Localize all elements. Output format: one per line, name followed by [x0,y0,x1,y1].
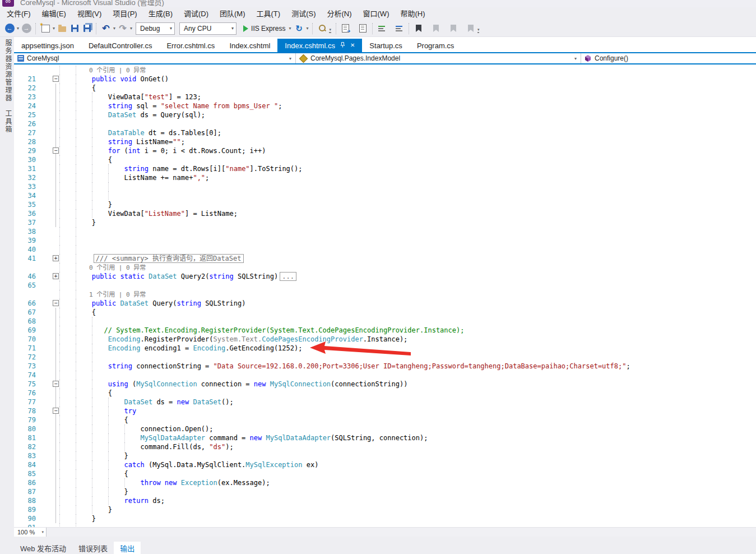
code-row[interactable]: 76{ [14,389,756,398]
side-tab[interactable]: 服务器资源管理器 [3,39,13,102]
code-row[interactable]: 91 [14,523,756,527]
code-row[interactable]: 35} [14,200,756,209]
code-row[interactable]: 88return ds; [14,496,756,505]
zoom-level-select[interactable]: 100 % ▾ [14,528,47,537]
locate-in-solution-explorer-button[interactable] [340,22,351,35]
code-row[interactable]: 85{ [14,469,756,478]
code-row[interactable]: 0 个引用 | 0 异常 [14,66,756,75]
code-row[interactable]: 22{ [14,84,756,93]
document-tab[interactable]: appsettings.json [14,39,81,52]
pin-icon[interactable] [340,42,345,49]
code-row[interactable]: 34 [14,191,756,200]
solution-platform-select[interactable]: Any CPU ▾ [179,22,236,35]
code-row[interactable]: 82command.Fill(ds, "ds"); [14,442,756,451]
menu-item[interactable]: 项目(P) [107,7,142,20]
menu-item[interactable]: 视图(V) [72,7,107,20]
code-row[interactable]: 26 [14,119,756,128]
previous-bookmark-button[interactable] [430,22,442,35]
code-row[interactable]: 31string name = dt.Rows[i]["name"].ToStr… [14,164,756,173]
code-row[interactable]: 30{ [14,155,756,164]
fold-toggle[interactable]: + [53,255,59,261]
toolbar-overflow-caret[interactable]: ▾ [477,28,480,33]
code-row[interactable]: 89} [14,505,756,514]
start-debugging-button[interactable]: IIS Express ▾ [243,22,292,35]
document-tab[interactable]: Error.cshtml.cs [159,39,222,52]
save-all-button[interactable] [81,22,92,35]
code-row[interactable]: 77DataSet ds = new DataSet(); [14,398,756,407]
code-row[interactable]: 73string connectionString = "Data Source… [14,362,756,371]
bottom-tab[interactable]: 输出 [114,542,141,554]
refresh-button[interactable]: ↻ [293,22,304,35]
code-row[interactable]: 87} [14,487,756,496]
document-tab[interactable]: DefaultController.cs [81,39,159,52]
type-dropdown[interactable]: CoreMysql.Pages.IndexModel ▾ [296,53,581,63]
horizontal-scrollbar[interactable] [47,528,756,537]
run-target-dropdown-caret[interactable]: ▾ [289,26,291,31]
save-button[interactable] [69,22,80,35]
navigate-to-button[interactable] [358,22,369,35]
document-tab[interactable]: Index.cshtml.cs✕ [277,39,362,52]
navigate-back-button[interactable]: ← [4,22,15,35]
menu-item[interactable]: 帮助(H) [395,7,430,20]
code-row[interactable]: 39 [14,236,756,245]
code-row[interactable]: 84catch (MySql.Data.MySqlClient.MySqlExc… [14,460,756,469]
member-dropdown[interactable]: Configure() [581,53,756,63]
fold-toggle[interactable]: − [53,76,59,82]
new-project-button[interactable] [40,22,51,35]
document-tab[interactable]: Startup.cs [362,39,410,52]
code-row[interactable]: 65 [14,281,756,290]
fold-toggle[interactable]: − [53,381,59,387]
code-row[interactable]: 24string sql = "select Name from bpms_Us… [14,101,756,110]
bottom-tab[interactable]: Web 发布活动 [14,542,72,554]
menu-item[interactable]: 生成(B) [143,7,178,20]
code-row[interactable]: 25DataSet ds = Query(sql); [14,110,756,119]
code-row[interactable]: 83} [14,451,756,460]
code-row[interactable]: 90} [14,514,756,523]
project-dropdown[interactable]: CoreMysql ▾ [14,53,296,63]
code-row[interactable]: 27DataTable dt = ds.Tables[0]; [14,128,756,137]
menu-item[interactable]: 分析(N) [321,7,357,20]
menu-item[interactable]: 编辑(E) [36,7,72,20]
code-row[interactable]: 68 [14,317,756,326]
menu-item[interactable]: 测试(S) [286,7,321,20]
code-row[interactable]: 81MySqlDataAdapter command = new MySqlDa… [14,433,756,442]
code-row[interactable]: 23ViewData["test"] = 123; [14,93,756,101]
code-row[interactable]: 79{ [14,416,756,424]
code-row[interactable]: 28string ListName=""; [14,137,756,146]
code-row[interactable]: 80connection.Open(); [14,424,756,433]
code-row[interactable]: 40 [14,245,756,254]
undo-button[interactable]: ↶ [100,22,112,35]
code-row[interactable]: 66−public DataSet Query(string SQLString… [14,299,756,308]
code-row[interactable]: 37} [14,218,756,227]
code-row[interactable]: 32ListName += name+","; [14,173,756,182]
open-file-button[interactable] [57,22,68,35]
code-row[interactable]: 69// System.Text.Encoding.RegisterProvid… [14,326,756,335]
code-row[interactable]: 38 [14,227,756,236]
code-row[interactable]: 67{ [14,308,756,317]
fold-toggle[interactable]: − [53,300,59,306]
menu-item[interactable]: 调试(D) [178,7,214,20]
code-row[interactable]: 41+/// <summary> 执行查询语句，返回DataSet [14,254,756,263]
code-row[interactable]: 78−try [14,407,756,416]
menu-item[interactable]: 团队(M) [214,7,251,20]
solution-configuration-select[interactable]: Debug ▾ [136,22,175,35]
side-tab[interactable]: 工具箱 [3,110,13,133]
code-row[interactable]: 0 个引用 | 0 异常 [14,263,756,272]
redo-dropdown-caret[interactable]: ▾ [130,26,132,31]
code-row[interactable]: 29−for (int i = 0; i < dt.Rows.Count; i+… [14,146,756,155]
fold-toggle[interactable]: − [53,408,59,414]
uncomment-selection-button[interactable] [394,22,405,35]
refresh-dropdown-caret[interactable]: ▾ [306,26,308,31]
toggle-bookmark-button[interactable] [413,22,424,35]
comment-selection-button[interactable] [377,22,388,35]
code-row[interactable]: 21−public void OnGet() [14,75,756,84]
close-icon[interactable]: ✕ [350,43,355,48]
menu-item[interactable]: 窗口(W) [358,7,395,20]
bottom-tab[interactable]: 错误列表 [72,542,114,554]
document-tab[interactable]: Program.cs [410,39,461,52]
document-tab[interactable]: Index.cshtml [222,39,277,52]
fold-toggle[interactable]: − [53,147,59,154]
next-bookmark-button[interactable] [448,22,459,35]
menu-item[interactable]: 文件(F) [1,7,36,20]
undo-dropdown-caret[interactable]: ▾ [113,26,115,31]
